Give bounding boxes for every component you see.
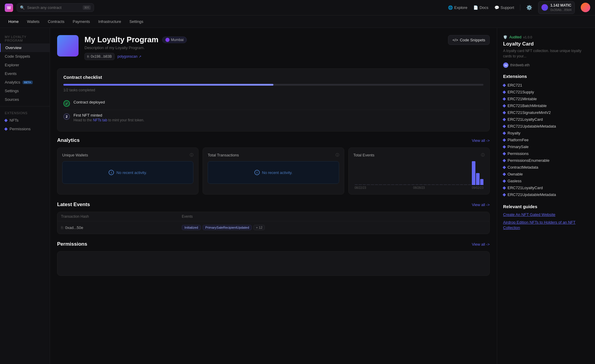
extension-list-item[interactable]: ERC721Mintable <box>503 95 589 102</box>
check-circle-done: ✓ <box>63 100 70 107</box>
sidebar-item-events[interactable]: Events <box>0 69 50 78</box>
nav-item-home[interactable]: Home <box>5 18 22 26</box>
info-circle-icon-tx: i <box>254 170 260 175</box>
support-link[interactable]: 💬 Support <box>494 5 514 10</box>
contract-address-badge[interactable]: ⎘ 0x198...b83B <box>84 53 115 60</box>
guides-section: Relevant guides Create An NFT Gated Webs… <box>503 204 589 231</box>
docs-link[interactable]: 📄 Docs <box>473 5 488 10</box>
nav-item-infrastructure[interactable]: Infrastructure <box>95 18 125 26</box>
guide-link[interactable]: Airdrop Edition NFTs to Holders of an NF… <box>503 220 589 230</box>
latest-events-header: Latest Events View all -> <box>57 202 490 208</box>
sidebar-item-analytics[interactable]: Analytics BETA <box>0 78 50 87</box>
code-snippets-button[interactable]: </> Code Snippets <box>448 35 490 45</box>
chart-bar <box>407 184 411 185</box>
chart-bar <box>431 184 435 185</box>
contract-checklist-card: Contract checklist 1/2 tasks completed ✓… <box>57 68 490 131</box>
nav-item-payments[interactable]: Payments <box>69 18 93 26</box>
ext-diamond-icon <box>502 104 506 107</box>
docs-icon: 📄 <box>473 5 478 10</box>
sidebar-item-sources[interactable]: Sources <box>0 95 50 104</box>
nav-item-contracts[interactable]: Contracts <box>44 18 68 26</box>
events-table-card: Transaction Hash Events ⎘ 0xad...50e <box>57 212 490 234</box>
extension-list-item[interactable]: ERC721SignatureMintV2 <box>503 109 589 116</box>
latest-events-section: Latest Events View all -> Transaction Ha… <box>57 202 490 234</box>
chart-bar <box>375 184 378 185</box>
chart-bar <box>395 184 399 185</box>
chart-bar <box>439 184 443 185</box>
ext-diamond-icon <box>502 179 506 183</box>
extension-list-item[interactable]: ERC721BatchMintable <box>503 102 589 109</box>
nfts-link[interactable]: NFTs tab <box>93 118 107 122</box>
chart-bar <box>456 184 459 185</box>
extension-list-item[interactable]: ERC721LoyaltyCard <box>503 184 589 191</box>
extension-list-item[interactable]: PermissionsEnumerable <box>503 157 589 164</box>
analytics-section: Analytics View all -> Unique Wallets ⓘ i… <box>57 137 490 194</box>
sidebar-item-overview[interactable]: Overview <box>0 43 50 52</box>
search-bar[interactable]: 🔍 ⌘K <box>17 3 94 12</box>
ext-diamond-icon <box>502 131 506 135</box>
extension-list-item[interactable]: PlatformFee <box>503 136 589 143</box>
extension-list-item[interactable]: Permissions <box>503 150 589 157</box>
search-input[interactable] <box>27 5 80 10</box>
checklist-item-deployed-info: Contract deployed <box>73 100 105 104</box>
chart-bar <box>452 184 455 185</box>
extension-list-item[interactable]: Gasless <box>503 178 589 184</box>
wallet-icon <box>541 4 548 11</box>
extension-list-item[interactable]: PrimarySale <box>503 143 589 150</box>
analytics-card-wallets: Unique Wallets ⓘ i No recent activity. <box>57 148 198 194</box>
extension-list-item[interactable]: ERC721UpdatableMetadata <box>503 123 589 130</box>
polygonscan-link[interactable]: polygonscan ↗ <box>118 54 141 59</box>
sidebar-item-permissions[interactable]: Permissions <box>0 125 50 133</box>
chart-bar <box>423 184 427 185</box>
sidebar-item-code-snippets[interactable]: Code Snippets <box>0 52 50 61</box>
more-events-badge[interactable]: + 12 <box>253 225 265 230</box>
events-view-all[interactable]: View all -> <box>472 203 490 207</box>
extension-list-item[interactable]: ERC721 <box>503 82 589 89</box>
search-icon: 🔍 <box>20 5 25 10</box>
wallet-info[interactable]: 1.142 MATIC 0x39Ab...89d4 <box>538 1 575 14</box>
progress-bar-background <box>63 84 483 86</box>
check-circle-pending: 2 <box>63 113 70 120</box>
ext-diamond-icon <box>502 186 506 189</box>
chart-bar <box>391 184 394 185</box>
extension-list-item[interactable]: ERC721LoyaltyCard <box>503 116 589 123</box>
author-avatar: tw <box>503 62 508 68</box>
extension-list-item[interactable]: ERC721UpdatableMetadata <box>503 191 589 198</box>
sidebar-item-explorer[interactable]: Explorer <box>0 61 50 69</box>
nav-item-wallets[interactable]: Wallets <box>24 18 43 26</box>
extension-list-item[interactable]: Royalty <box>503 130 589 136</box>
info-circle-icon: i <box>109 170 114 175</box>
user-avatar[interactable] <box>581 3 590 12</box>
ext-diamond-icon <box>502 145 506 148</box>
sidebar-item-nfts[interactable]: NFTs <box>0 116 50 125</box>
nav-bar: Home Wallets Contracts Payments Infrastr… <box>0 15 595 28</box>
explore-link[interactable]: 🌐 Explore <box>448 5 467 10</box>
analytics-view-all[interactable]: View all -> <box>472 138 490 143</box>
chart-bar <box>448 184 451 185</box>
extension-list-item[interactable]: ContractMetadata <box>503 164 589 171</box>
guide-link[interactable]: Create An NFT Gated Website <box>503 212 589 217</box>
permissions-view-all[interactable]: View all -> <box>472 242 490 247</box>
extension-list-item[interactable]: ERC721Supply <box>503 89 589 95</box>
progress-bar-fill <box>63 84 273 86</box>
chart-bar <box>403 184 407 185</box>
chart-bar <box>460 184 464 185</box>
ext-diamond-icon <box>502 193 506 196</box>
sidebar-item-settings[interactable]: Settings <box>0 87 50 95</box>
no-activity-wallets: i No recent activity. <box>62 161 193 184</box>
settings-icon[interactable]: ⚙️ <box>526 5 532 10</box>
info-icon-events: ⓘ <box>481 153 485 158</box>
analytics-grid: Unique Wallets ⓘ i No recent activity. T… <box>57 148 490 194</box>
sidebar: My Loyalty Program Overview Code Snippet… <box>0 28 50 364</box>
ext-diamond-icon <box>502 84 506 87</box>
chart-bar <box>444 184 447 185</box>
ext-author: tw thirdweb.eth <box>503 62 589 68</box>
external-link-icon: ↗ <box>139 55 141 59</box>
copy-icon-tx: ⎘ <box>61 225 63 230</box>
analytics-card-tx-header: Total Transactions ⓘ <box>208 153 339 158</box>
nav-item-settings[interactable]: Settings <box>126 18 147 26</box>
chart-bar <box>355 184 358 185</box>
extension-list-item[interactable]: Ownable <box>503 171 589 178</box>
checklist-item-nft-info: First NFT minted Head to the NFTs tab to… <box>73 113 144 122</box>
ext-diamond-icon <box>4 127 7 131</box>
